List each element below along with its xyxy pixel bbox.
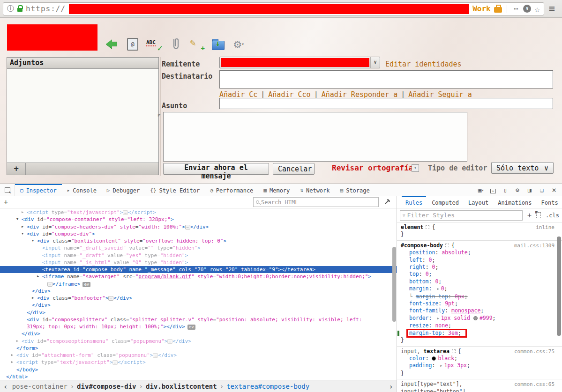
tab-memory[interactable]: ▦Memory [258,184,295,196]
css-property[interactable]: left: 0; [397,257,562,264]
sidebar-tab-computed[interactable]: Computed [428,196,463,208]
page-actions-icon[interactable]: ⋯ [512,4,520,13]
add-rule-button[interactable]: + [527,211,532,220]
color-swatch[interactable] [473,316,478,320]
css-property[interactable]: border: ▶1px solid #999; [397,315,562,322]
url-bar[interactable]: ⓘ https:// Work ⋯ ∨ ☆ [3,2,544,15]
spellcheck-button[interactable]: ABC ✓ [146,36,162,52]
separate-window-icon[interactable]: ❏ [537,186,547,193]
rule-selector[interactable]: mail.css:1309#compose-body{ [397,242,562,249]
recipient-field[interactable] [219,70,553,89]
css-property[interactable]: top: 0; [397,271,562,278]
search-input[interactable] [261,199,376,206]
rule-selector[interactable]: common.css:75input, textarea{ [397,348,562,355]
add-attachment-button[interactable]: + [7,163,26,175]
markup-row[interactable]: ▶<div id="composeoptionsmenu" class="pop… [0,338,397,345]
css-property[interactable]: margin-top: 3em; [397,330,562,337]
sidebar-tab-rules[interactable]: Rules [402,196,426,208]
markup-row[interactable]: </form> [0,345,397,352]
css-property[interactable]: font-family: monospace; [397,307,562,314]
markup-row[interactable]: <input name="_draft_saveid" value="" typ… [0,244,397,251]
expand-arrow-icon[interactable]: ▶ [437,317,439,320]
rules-view[interactable]: inlineelement{}mail.css:1309#compose-bod… [397,222,562,392]
sidebar-toggle-icon[interactable]: ◨ [525,186,535,193]
breadcrumb-item[interactable]: pose-container [12,383,67,390]
subject-field[interactable] [219,98,553,109]
selector-target-icon[interactable] [426,225,429,229]
bookmark-star-icon[interactable]: ☆ [534,4,540,14]
class-toggle-button[interactable]: .cls [546,212,559,219]
collapsed-content-badge[interactable]: … [153,353,158,358]
stylesheet-location[interactable]: mail.css:1309 [514,242,555,249]
markup-row[interactable]: 319px; top: 0px; width: 10px; height: 10… [0,323,397,330]
send-button[interactable]: Enviar ahora el mensaje [163,163,269,175]
markup-row[interactable]: ▶<iframe name="savetarget" src="program/… [0,273,397,280]
pocket-icon[interactable]: ∨ [523,5,531,13]
collapsed-content-badge[interactable]: … [185,225,190,229]
eyedropper-icon[interactable] [382,198,393,206]
collapsed-content-badge[interactable]: … [167,339,172,344]
expand-arrow-icon[interactable]: ▶ [11,359,13,366]
addressbook-button[interactable]: @ [125,36,140,52]
attachments-list[interactable] [7,69,158,163]
search-html-box[interactable] [253,197,379,207]
filter-styles-box[interactable]: ▽ [400,210,523,221]
back-button[interactable] [104,36,119,52]
color-swatch[interactable] [432,356,436,361]
sender-select[interactable]: ∨ [219,57,380,68]
css-property[interactable]: right: 0; [397,264,562,271]
tab-inspector[interactable]: ▢Inspector [15,184,62,196]
tab-performance[interactable]: ◔Performance [205,184,258,196]
markup-row[interactable]: <div id="composesplitterv" class="splitt… [0,316,397,323]
options-button[interactable]: ⚙ ▾ [232,36,247,52]
css-property[interactable]: margin: ▶0; [397,285,562,293]
expand-arrow-icon[interactable]: ▶ [16,338,18,345]
css-property[interactable]: padding: ▶1px 3px; [397,362,562,370]
rules-scrollbar[interactable] [557,237,561,336]
markup-row[interactable]: ▼<div id="compose-div"> [0,230,397,237]
scroll-left-icon[interactable]: ‹ [2,382,9,391]
expand-arrow-icon[interactable]: ▶ [440,364,442,368]
markup-row[interactable]: </html> [0,373,397,380]
breadcrumb-item[interactable]: div#compose-div [77,383,136,390]
stylesheet-location[interactable]: common.css:65 [514,381,555,388]
tab-style-editor[interactable]: {}Style Editor [145,184,205,196]
markup-row[interactable]: ▶<div id="attachment-form" class="popupm… [0,352,397,359]
stylesheet-location[interactable]: common.css:75 [514,348,555,355]
rule-selector[interactable]: inlineelement{ [397,224,562,231]
collapsed-content-badge[interactable]: … [47,282,52,287]
menu-icon[interactable]: ≡ [544,3,559,15]
markup-row[interactable]: ▶<script type="text/javascript">…</scrip… [0,359,397,366]
page-info-icon[interactable]: ⓘ [7,4,14,13]
markup-row[interactable]: </div> [0,302,397,309]
filter-styles-input[interactable] [407,212,520,219]
markup-row[interactable]: <input name="_is_html" value="0" type="h… [0,259,397,266]
markup-row[interactable]: </div> [0,309,397,316]
sidebar-tab-layout[interactable]: Layout [465,196,492,208]
tab-debugger[interactable]: ▷Debugger [102,184,145,196]
expand-arrow-icon[interactable]: ▶ [32,295,34,302]
collapsed-content-badge[interactable]: … [108,296,113,301]
https-lock-icon[interactable] [17,8,22,12]
tab-network[interactable]: ⇅Network [295,184,335,196]
message-body-field[interactable] [163,112,467,162]
spellcheck-lang-dropdown[interactable]: ▾ [412,164,419,172]
expand-arrow-icon[interactable]: ▼ [32,237,34,244]
stylesheet-location[interactable]: inline [536,224,555,231]
expand-arrow-icon[interactable]: ▶ [37,273,39,280]
highlighter-toggle-icon[interactable] [536,212,541,218]
css-property[interactable]: position: absolute; [397,249,562,256]
selector-target-icon[interactable] [445,244,449,247]
markup-view[interactable]: ▶<script type="text/javascript">…</scrip… [0,208,397,380]
expand-arrow-icon[interactable]: ▶ [22,209,23,216]
scroll-right-icon[interactable]: › [387,382,395,391]
spellcheck-link[interactable]: Revisar ortografía [332,163,413,172]
markup-row[interactable]: ▼<div id="compose-container" style="left… [0,216,397,223]
markup-row[interactable]: </div> [0,330,397,337]
tab-console[interactable]: ▸Console [62,184,102,196]
responsive-mode-icon[interactable]: ▯ [500,186,510,193]
markup-row[interactable]: …</iframe>ev [0,281,397,288]
markup-row[interactable]: ▶<div class="boxfooter">…</div> [0,295,397,302]
tab-storage[interactable]: ▤Storage [335,184,375,196]
markup-row[interactable]: </div> [0,288,397,295]
